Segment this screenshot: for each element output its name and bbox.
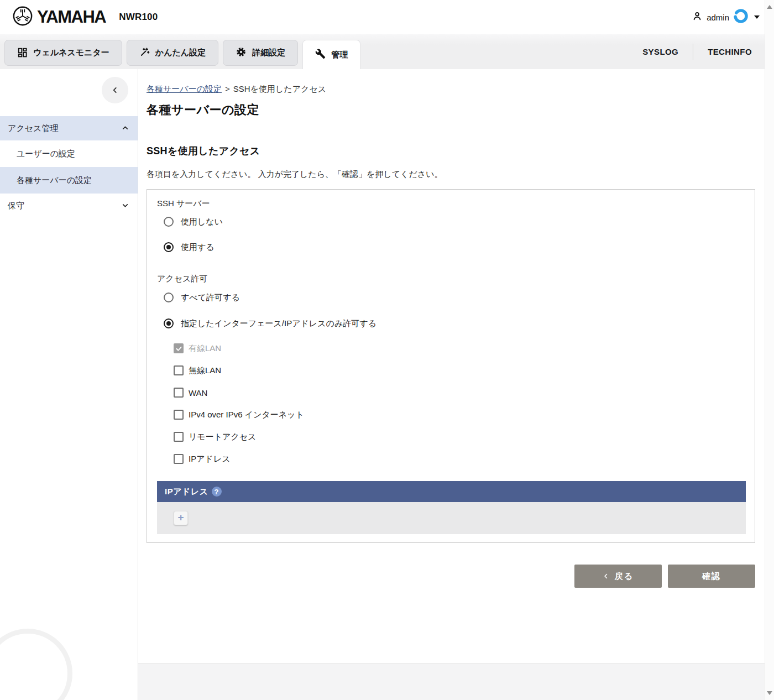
checkbox-icon: [174, 343, 184, 353]
ip-table-header-label: IPアドレス: [165, 487, 208, 497]
radio-icon[interactable]: [164, 242, 174, 252]
scroll-up-icon[interactable]: [767, 5, 772, 9]
checkbox-label: IPアドレス: [189, 454, 231, 464]
tab-bar: ウェルネスモニター かんたん設定 詳細設定: [0, 34, 774, 69]
tab-label: 管理: [331, 50, 348, 60]
chevron-down-icon: [122, 201, 129, 211]
chevron-left-icon: [603, 573, 609, 579]
user-caret-icon[interactable]: [754, 15, 760, 19]
techinfo-link[interactable]: TECHINFO: [708, 47, 752, 56]
sidebar-group-maintenance[interactable]: 保守: [0, 194, 138, 218]
tab-management[interactable]: 管理: [302, 40, 360, 69]
form-description: 各項目を入力してください。 入力が完了したら、「確認」を押してください。: [147, 169, 755, 180]
tab-wellness-monitor[interactable]: ウェルネスモニター: [4, 40, 122, 66]
checkbox-wired-lan: 有線LAN: [174, 343, 746, 354]
back-button[interactable]: 戻る: [574, 565, 662, 588]
content-area: アクセス管理 ユーザーの設定 各種サーバーの設定 保守: [0, 69, 774, 700]
add-ip-button[interactable]: +: [174, 511, 188, 525]
checkbox-icon[interactable]: [174, 365, 184, 375]
top-header: YAMAHA NWR100 admin: [0, 0, 774, 34]
sidebar-item-server-settings[interactable]: 各種サーバーの設定: [0, 167, 138, 194]
checkbox-label: 有線LAN: [189, 343, 221, 354]
radio-icon[interactable]: [164, 318, 174, 328]
radio-label: 使用しない: [181, 217, 223, 227]
breadcrumb-parent-link[interactable]: 各種サーバーの設定: [147, 84, 222, 93]
breadcrumb-separator: >: [225, 84, 230, 93]
checkbox-ip-address[interactable]: IPアドレス: [174, 453, 746, 464]
vertical-scrollbar[interactable]: [765, 0, 774, 700]
sidebar-collapse-button[interactable]: [102, 77, 128, 103]
ssh-server-label: SSH サーバー: [157, 198, 746, 209]
radio-label: 使用する: [181, 242, 215, 253]
user-menu[interactable]: admin: [692, 8, 760, 26]
back-button-label: 戻る: [615, 571, 634, 582]
person-icon: [692, 11, 703, 24]
gear-icon: [236, 46, 247, 59]
scroll-down-icon[interactable]: [767, 691, 772, 695]
footer-strip: [138, 664, 774, 700]
confirm-button[interactable]: 確認: [668, 565, 755, 588]
wrench-icon: [315, 49, 326, 61]
radio-allow-all[interactable]: すべて許可する: [164, 291, 746, 304]
checkbox-wireless-lan[interactable]: 無線LAN: [174, 365, 746, 376]
radio-icon[interactable]: [164, 292, 174, 302]
sidebar-item-user-settings[interactable]: ユーザーの設定: [0, 140, 138, 167]
ip-address-table-body: +: [157, 502, 746, 534]
ip-address-table-header: IPアドレス ?: [157, 481, 746, 502]
app-window: YAMAHA NWR100 admin: [0, 0, 774, 700]
checkbox-icon[interactable]: [174, 388, 184, 398]
tab-label: 詳細設定: [252, 48, 285, 58]
breadcrumb-current: SSHを使用したアクセス: [233, 84, 326, 93]
checkbox-label: 無線LAN: [189, 365, 221, 376]
action-buttons: 戻る 確認: [147, 565, 755, 588]
sidebar-group-label: アクセス管理: [8, 123, 58, 134]
user-name: admin: [707, 13, 729, 22]
yamaha-logo-icon: [12, 6, 33, 29]
radio-label: 指定したインターフェース/IPアドレスのみ許可する: [181, 318, 376, 329]
sidebar-item-label: 各種サーバーの設定: [17, 175, 92, 186]
model-name: NWR100: [119, 12, 158, 23]
brand: YAMAHA NWR100: [12, 6, 158, 29]
watermark-logo-icon: [0, 624, 77, 700]
confirm-button-label: 確認: [702, 571, 721, 582]
sidebar-group-label: 保守: [8, 201, 24, 211]
tab-label: ウェルネスモニター: [33, 48, 109, 58]
checkbox-label: リモートアクセス: [189, 432, 256, 442]
section-title: SSHを使用したアクセス: [147, 144, 755, 158]
tab-links: SYSLOG TECHINFO: [642, 34, 752, 69]
sidebar-item-label: ユーザーの設定: [17, 149, 75, 159]
link-divider: [693, 44, 693, 60]
radio-allow-specified[interactable]: 指定したインターフェース/IPアドレスのみ許可する: [164, 317, 746, 330]
brand-name: YAMAHA: [37, 7, 106, 27]
help-icon[interactable]: ?: [212, 487, 222, 497]
main-panel: 各種サーバーの設定>SSHを使用したアクセス 各種サーバーの設定 SSHを使用し…: [138, 69, 774, 700]
breadcrumb: 各種サーバーの設定>SSHを使用したアクセス: [147, 84, 755, 95]
checkbox-remote-access[interactable]: リモートアクセス: [174, 431, 746, 442]
sidebar-group-access-management[interactable]: アクセス管理: [0, 116, 138, 140]
checkbox-label: IPv4 over IPv6 インターネット: [189, 410, 304, 420]
sidebar-menu: アクセス管理 ユーザーの設定 各種サーバーの設定 保守: [0, 116, 138, 218]
tab-advanced-settings[interactable]: 詳細設定: [223, 40, 298, 66]
access-permission-label: アクセス許可: [157, 274, 746, 284]
radio-ssh-disable[interactable]: 使用しない: [164, 216, 746, 228]
avatar-ring-icon[interactable]: [733, 8, 749, 26]
tab-easy-setup[interactable]: かんたん設定: [127, 40, 218, 66]
chevron-up-icon: [122, 124, 129, 133]
page-title: 各種サーバーの設定: [147, 102, 755, 118]
checkbox-icon[interactable]: [174, 432, 184, 442]
checkbox-icon[interactable]: [174, 454, 184, 464]
checkbox-ipv4-over-ipv6[interactable]: IPv4 over IPv6 インターネット: [174, 409, 746, 420]
sidebar: アクセス管理 ユーザーの設定 各種サーバーの設定 保守: [0, 69, 138, 700]
ssh-settings-panel: SSH サーバー 使用しない 使用する アクセス許可 すべて許可する 指定したイ…: [147, 189, 755, 543]
checkbox-wan[interactable]: WAN: [174, 387, 746, 398]
radio-ssh-enable[interactable]: 使用する: [164, 241, 746, 253]
syslog-link[interactable]: SYSLOG: [642, 47, 678, 56]
radio-icon[interactable]: [164, 217, 174, 227]
dashboard-icon: [17, 47, 28, 59]
radio-label: すべて許可する: [181, 292, 240, 303]
tab-label: かんたん設定: [155, 48, 206, 58]
wand-icon: [139, 47, 150, 59]
checkbox-icon[interactable]: [174, 410, 184, 420]
checkbox-label: WAN: [189, 388, 207, 398]
